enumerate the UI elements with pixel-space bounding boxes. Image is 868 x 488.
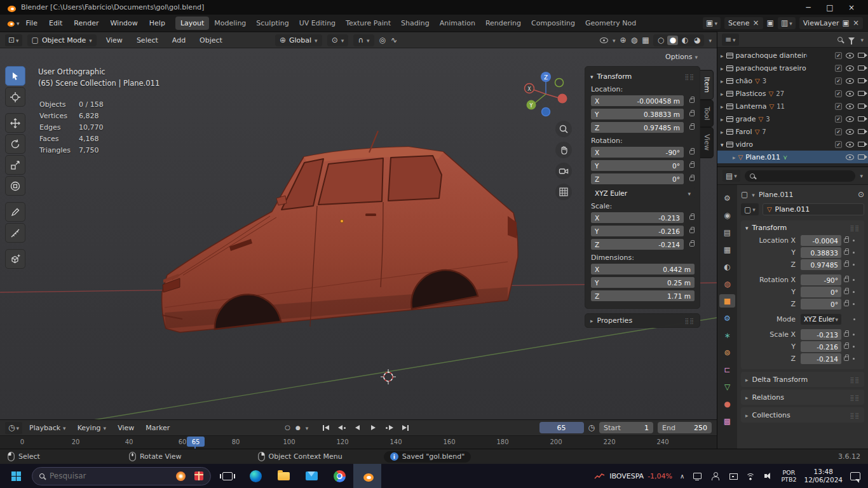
rotation-mode-dropdown[interactable]: XYZ Euler (591, 187, 695, 198)
menu-view-timeline[interactable]: View (113, 422, 139, 434)
scale-x-field[interactable]: X-0.213 (591, 212, 684, 223)
tab-constraints[interactable]: ⊏ (719, 363, 735, 376)
gizmo-z-minus-ball[interactable] (542, 108, 550, 116)
cursor-tool[interactable] (5, 87, 25, 107)
section-relations[interactable]: Relations (741, 390, 864, 405)
navigation-gizmo[interactable]: Z X Y (522, 70, 569, 117)
n-tab-view[interactable]: View (700, 127, 714, 158)
camera-icon[interactable] (858, 154, 865, 159)
gizmo-y-label[interactable]: Y (529, 103, 533, 109)
camera-icon[interactable] (858, 129, 865, 134)
outliner-filter-icon[interactable] (848, 37, 855, 41)
rotation-mode-dropdown[interactable]: XYZ Euler (801, 314, 841, 325)
animate-dot-icon[interactable] (853, 291, 855, 293)
tab-modifiers[interactable]: ⚙ (719, 311, 735, 325)
eye-icon[interactable] (846, 142, 854, 147)
xray-toggle-icon[interactable] (642, 36, 649, 44)
camera-icon[interactable] (858, 53, 865, 58)
scale-z-field[interactable]: Z-0.214 (591, 239, 684, 250)
proportional-editing-icon[interactable] (379, 36, 386, 44)
timeline-editor-button[interactable] (5, 422, 22, 434)
tab-output[interactable]: ▤ (719, 226, 735, 239)
checkbox-icon[interactable] (835, 90, 842, 97)
menu-keying[interactable]: Keying (73, 422, 111, 434)
outliner-row-farol[interactable]: Farol 7 (717, 125, 868, 138)
animate-dot-icon[interactable] (853, 279, 855, 281)
lock-icon[interactable] (689, 242, 695, 247)
visibility-toggle-icon[interactable] (600, 37, 608, 43)
outliner-row-grade[interactable]: grade 3 (717, 112, 868, 125)
lock-icon[interactable] (689, 163, 695, 168)
shading-material-icon[interactable] (679, 36, 690, 45)
outliner-search-icon[interactable] (837, 37, 843, 42)
editor-type-button[interactable] (5, 34, 22, 46)
record-icon[interactable] (295, 425, 301, 431)
menu-window[interactable]: Window (105, 17, 142, 30)
animate-dot-icon[interactable] (853, 303, 855, 305)
playhead[interactable]: 65 (187, 437, 205, 447)
lock-icon[interactable] (844, 250, 849, 255)
lock-icon[interactable] (689, 125, 695, 130)
menu-file[interactable]: File (21, 17, 43, 30)
expand-icon[interactable] (721, 128, 724, 136)
lock-icon[interactable] (689, 112, 695, 116)
tray-display-icon[interactable] (692, 471, 702, 481)
tray-ethernet-icon[interactable] (728, 471, 738, 481)
lock-icon[interactable] (689, 98, 695, 103)
expand-icon[interactable] (721, 77, 724, 85)
location-x-field[interactable]: X-0.000458 m (591, 95, 684, 106)
eye-icon[interactable] (846, 78, 854, 84)
tab-sculpting[interactable]: Sculpting (251, 17, 294, 30)
checkbox-icon[interactable] (835, 103, 842, 110)
tab-render[interactable]: ◉ (719, 208, 735, 222)
transform-tool[interactable] (5, 176, 25, 196)
widgets-flower-icon[interactable] (176, 471, 186, 481)
blender-menu-logo-icon[interactable] (6, 19, 15, 27)
select-box-tool[interactable] (5, 66, 25, 86)
scene-unlink-icon[interactable] (753, 19, 759, 27)
proportional-falloff-icon[interactable] (391, 36, 397, 44)
prop-location-z-field[interactable]: 0.97485 (801, 259, 841, 270)
jump-to-start-button[interactable] (318, 423, 333, 433)
tab-material[interactable]: ● (719, 397, 735, 410)
properties-editor-button[interactable] (722, 170, 740, 182)
timeline-ruler[interactable]: 0 20 40 60 80 100 120 140 160 180 200 22… (0, 435, 717, 449)
outliner-row-plasticos[interactable]: Plasticos 27 (717, 87, 868, 100)
camera-icon[interactable] (858, 116, 865, 121)
language-indicator[interactable]: POR PTB2 (781, 469, 796, 484)
view-layer-browse-button[interactable] (778, 17, 796, 29)
menu-add[interactable]: Add (168, 34, 190, 46)
start-frame-field[interactable]: Start1 (599, 422, 653, 433)
tab-object[interactable]: ■ (719, 294, 735, 308)
chrome-app-button[interactable] (325, 464, 353, 488)
view-layer-remove-icon[interactable] (853, 19, 859, 27)
prop-rotation-x-field[interactable]: -90° (801, 274, 841, 285)
lock-icon[interactable] (844, 290, 849, 294)
lock-icon[interactable] (844, 302, 849, 306)
notification-center-icon[interactable] (850, 472, 860, 480)
maximize-button[interactable]: □ (819, 0, 841, 15)
checkbox-icon[interactable] (835, 116, 842, 123)
expand-icon[interactable] (721, 140, 724, 149)
tab-object-data[interactable]: ▽ (719, 380, 735, 393)
outliner-row-lanterna[interactable]: Lanterna 11 (717, 100, 868, 112)
outliner-row-chao[interactable]: chão 3 (717, 74, 868, 87)
expand-icon[interactable] (721, 64, 724, 72)
lock-icon[interactable] (689, 215, 695, 220)
expand-icon[interactable] (721, 115, 724, 123)
end-frame-field[interactable]: End250 (658, 422, 712, 433)
dimensions-z-field[interactable]: Z1.71 m (591, 290, 695, 301)
previous-keyframe-button[interactable] (334, 423, 349, 433)
tab-geometry-nodes[interactable]: Geometry Nod (580, 17, 641, 30)
scale-tool[interactable] (5, 155, 25, 175)
id-browse-button[interactable] (741, 203, 759, 215)
menu-render[interactable]: Render (69, 17, 104, 30)
tab-layout[interactable]: Layout (175, 17, 209, 30)
animate-dot-icon[interactable] (853, 318, 855, 320)
lock-icon[interactable] (689, 177, 695, 181)
properties-search-field[interactable] (745, 170, 856, 182)
tab-world[interactable]: ◍ (719, 277, 735, 290)
gizmo-y-minus-ball[interactable] (555, 79, 564, 87)
move-tool[interactable] (5, 113, 25, 133)
outliner-editor-button[interactable] (722, 34, 739, 46)
